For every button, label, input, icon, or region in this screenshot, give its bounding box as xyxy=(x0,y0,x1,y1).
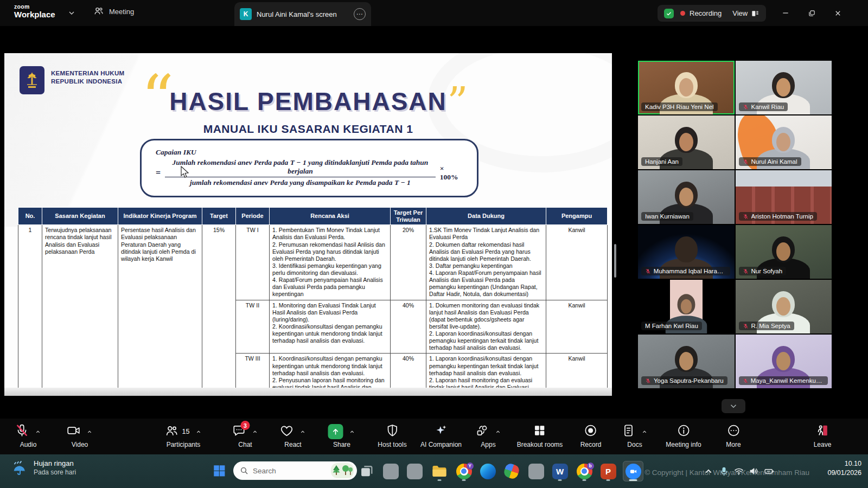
collapse-gallery-button[interactable] xyxy=(722,399,745,413)
taskbar-app-powerpoint[interactable]: P xyxy=(598,461,618,481)
profile-badge: Y xyxy=(467,463,474,470)
toolbar-item-label: Video xyxy=(72,441,88,448)
docs-button[interactable]: Docs xyxy=(622,423,648,448)
scrollbar[interactable] xyxy=(614,244,616,278)
cell-data-dukung: 1.SK Tim Monev Tindak Lanjut Analisis da… xyxy=(426,225,546,300)
toolbar-item-label: Audio xyxy=(20,441,37,448)
record-icon xyxy=(584,423,598,440)
breakout-rooms-button[interactable]: Breakout rooms xyxy=(517,423,563,448)
caret-up-icon[interactable] xyxy=(252,428,259,435)
audio-button[interactable]: Audio xyxy=(15,423,42,448)
mic-muted-icon xyxy=(743,268,749,274)
taskbar-search[interactable]: Search xyxy=(233,461,357,480)
mic-muted-icon xyxy=(743,378,748,384)
taskbar-app-file-explorer[interactable] xyxy=(429,461,450,481)
taskbar-app-edge[interactable] xyxy=(477,461,498,481)
participants-button[interactable]: 15Participants xyxy=(165,423,202,448)
taskbar-app-zoom[interactable] xyxy=(623,461,643,481)
taskbar-app-app-generic-1[interactable] xyxy=(380,461,401,481)
video-tile[interactable]: Maya_Kanwil Kemenkum … xyxy=(736,335,832,388)
person-face xyxy=(679,78,693,97)
taskbar-app-word[interactable]: W xyxy=(550,461,570,481)
more-button[interactable]: More xyxy=(726,423,741,448)
tab-shared-screen[interactable]: K Nurul Aini Kamal's screen ⋯ xyxy=(234,2,371,26)
tab-meeting[interactable]: Meeting xyxy=(93,5,134,18)
video-tile[interactable]: Ariston Hotman Turnip xyxy=(736,170,832,224)
close-button[interactable] xyxy=(829,5,846,21)
share-button[interactable]: Share xyxy=(328,423,356,448)
person-face xyxy=(679,188,693,206)
fraction-denominator: jumlah rekomendasi anev Perda yang disam… xyxy=(165,177,436,187)
meeting-info-button[interactable]: Meeting info xyxy=(666,423,701,448)
record-button[interactable]: Record xyxy=(580,423,602,448)
ellipsis-icon xyxy=(726,423,741,440)
person-face xyxy=(776,133,790,151)
video-tile[interactable]: Muhammad Iqbal Harahap xyxy=(638,225,735,279)
camera-icon xyxy=(67,423,81,440)
col-header-target-triwulan: Target Per Triwulan xyxy=(391,208,426,225)
table-header-row: No. Sasaran Kegiatan Indikator Kinerja P… xyxy=(18,208,608,225)
taskbar-app-app-generic-2[interactable] xyxy=(404,461,425,481)
weather-subtitle: Pada sore hari xyxy=(34,468,76,476)
react-button[interactable]: React xyxy=(280,423,307,448)
caret-up-icon[interactable] xyxy=(299,428,307,435)
video-button[interactable]: Video xyxy=(67,423,93,448)
start-button[interactable] xyxy=(208,460,230,481)
ai-companion-button[interactable]: AI Companion xyxy=(420,423,462,448)
video-tile[interactable]: Yoga Saputra-Pekanbaru xyxy=(638,335,735,388)
chat-button[interactable]: 3Chat xyxy=(232,423,259,448)
taskbar-app-task-view[interactable] xyxy=(356,461,377,481)
video-tile[interactable]: Nurul Aini Kamal xyxy=(736,115,832,169)
search-highlight-trees-icon xyxy=(331,463,354,478)
chevron-down-icon[interactable] xyxy=(67,9,76,20)
profile-badge: b xyxy=(587,463,594,470)
participant-name-label: M Farhan Kwl Riau xyxy=(641,322,702,330)
tab-options-icon[interactable]: ⋯ xyxy=(354,8,366,20)
view-button[interactable]: View xyxy=(732,9,760,18)
video-tile[interactable]: Hanjani Aan xyxy=(638,115,735,169)
host-tools-button[interactable]: Host tools xyxy=(378,423,406,448)
person-face xyxy=(776,78,790,97)
taskbar-clock[interactable]: 10.10 09/01/2026 xyxy=(827,459,861,478)
formula-multiplier: × 100% xyxy=(440,164,463,182)
col-header-pengampu: Pengampu xyxy=(546,208,608,225)
video-tile[interactable]: M Farhan Kwl Riau xyxy=(638,280,735,333)
taskbar-app-photos[interactable] xyxy=(501,461,522,481)
caret-up-icon[interactable] xyxy=(495,428,502,435)
toolbar-item-label: Meeting info xyxy=(666,441,701,448)
restore-button[interactable] xyxy=(803,5,820,21)
taskbar-app-chrome-y[interactable]: Y xyxy=(454,461,474,481)
leave-button[interactable]: Leave xyxy=(814,423,832,448)
video-tile[interactable]: Iwan Kurniawan xyxy=(638,170,735,224)
minimize-button[interactable] xyxy=(777,5,794,21)
video-tile[interactable]: Nur Sofyah xyxy=(736,225,832,279)
cell-pengampu: Kanwil xyxy=(546,225,608,300)
view-label: View xyxy=(732,9,748,17)
participant-grid: Kadiv P3H Riau Yeni NelKanwil RiauHanjan… xyxy=(638,61,832,388)
taskbar-weather-widget[interactable]: Hujan ringan Pada sore hari xyxy=(12,459,76,476)
participant-name-label: Nur Sofyah xyxy=(739,267,787,275)
apps-button[interactable]: Apps xyxy=(475,423,502,448)
caret-up-icon[interactable] xyxy=(349,428,356,435)
caret-up-icon[interactable] xyxy=(641,428,648,435)
formula-line: = Jumlah rekomendasi anev Perda pada T −… xyxy=(156,158,463,187)
mic-muted-icon xyxy=(743,214,749,220)
ministry-line1: KEMENTERIAN HUKUM xyxy=(51,69,124,78)
person-face xyxy=(776,352,790,370)
participant-name: Ariston Hotman Turnip xyxy=(751,213,813,220)
taskbar-app-chrome-b[interactable]: b xyxy=(574,461,595,481)
chevron-down-icon xyxy=(729,401,738,411)
video-tile[interactable]: Kadiv P3H Riau Yeni Nel xyxy=(638,61,735,114)
cell-target-triwulan: 20% xyxy=(391,225,426,300)
caret-up-icon[interactable] xyxy=(35,428,42,435)
caret-up-icon[interactable] xyxy=(86,428,93,435)
taskbar-app-app-generic-3[interactable] xyxy=(526,461,546,481)
toolbar-item-label: Breakout rooms xyxy=(517,441,563,448)
video-tile[interactable]: Kanwil Riau xyxy=(736,61,832,114)
zoom-meeting-window: zoom Workplace Meeting K Nurul Aini Kama… xyxy=(0,0,868,488)
caret-up-icon[interactable] xyxy=(195,428,202,435)
avatar: K xyxy=(240,8,252,20)
security-shield-icon[interactable] xyxy=(664,9,674,18)
cell-pengampu: Kanwil xyxy=(546,300,608,354)
video-tile[interactable]: R. Mia Septya xyxy=(736,280,832,333)
